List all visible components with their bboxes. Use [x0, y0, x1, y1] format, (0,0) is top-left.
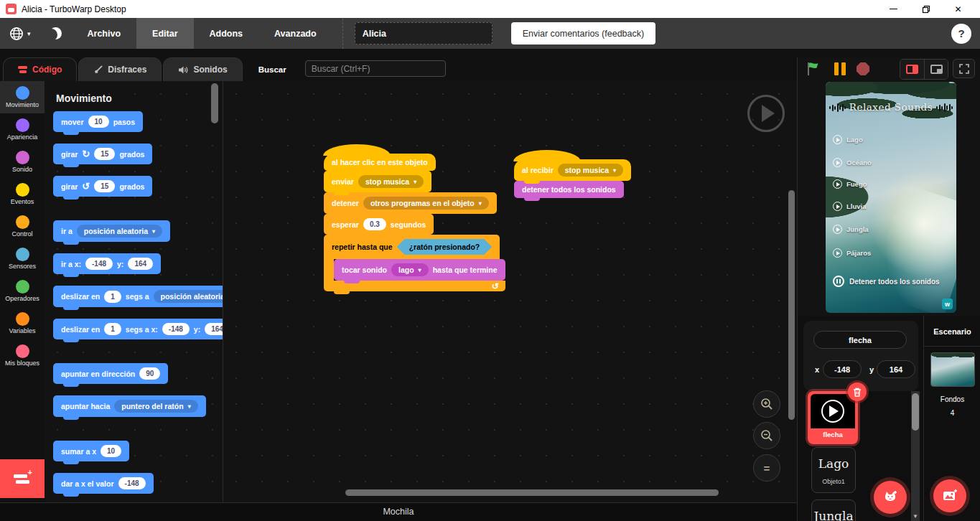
- block-tocar-sonido[interactable]: tocar sonidolago▾hasta que termine: [334, 259, 505, 281]
- canvas-horizontal-scrollbar[interactable]: [345, 489, 719, 496]
- add-extension-button[interactable]: +: [0, 459, 45, 498]
- fullscreen-button[interactable]: [953, 59, 975, 78]
- category-sonido[interactable]: Sonido: [0, 146, 45, 178]
- block-ir-a-x[interactable]: ir a x:-148y:164: [53, 253, 161, 274]
- close-button[interactable]: ✕: [942, 0, 974, 18]
- script-2[interactable]: al recibirstop musica▾detener todos los …: [514, 149, 631, 198]
- sprite-item-lago[interactable]: LagoObjeto1: [811, 447, 856, 493]
- minimize-button[interactable]: [877, 0, 910, 18]
- category-movimiento[interactable]: Movimiento: [0, 81, 45, 113]
- dropdown-stop-musica[interactable]: stop musica▾: [558, 164, 623, 177]
- condition-rat-n-presionado[interactable]: ¿ratón presionado?: [397, 239, 493, 255]
- sprite-x-input[interactable]: [823, 360, 862, 378]
- project-name-input[interactable]: [355, 22, 493, 44]
- stage-stop-all-item[interactable]: Detener todos los sonidos: [833, 276, 940, 287]
- value-field[interactable]: -148: [85, 258, 113, 270]
- theme-toggle[interactable]: [39, 27, 72, 39]
- dropdown-posici-n-aleatoria[interactable]: posición aleatoria▾: [154, 290, 223, 303]
- canvas-vertical-scrollbar[interactable]: [788, 190, 795, 420]
- value-field[interactable]: 10: [88, 116, 109, 128]
- stage-sound-item-lluvia[interactable]: Lluvia: [833, 202, 866, 211]
- value-field[interactable]: 15: [94, 148, 115, 160]
- block-deslizar-en[interactable]: deslizar en1segs a x:-148y:164: [53, 319, 223, 339]
- sprite-y-input[interactable]: [877, 360, 915, 378]
- tab-codigo[interactable]: Código: [3, 57, 77, 81]
- small-stage-button[interactable]: [900, 60, 924, 79]
- stage-sound-item-oc-ano[interactable]: Océano: [833, 158, 872, 167]
- menu-item-editar[interactable]: Editar: [136, 18, 193, 49]
- category-operadores[interactable]: Operadores: [0, 275, 45, 307]
- block-mover[interactable]: mover10pasos: [53, 111, 143, 132]
- block-al-hacer-clic-en-este-objeto[interactable]: al hacer clic en este objeto: [324, 154, 436, 171]
- category-control[interactable]: Control: [0, 210, 45, 243]
- menu-item-addons[interactable]: Addons: [194, 18, 259, 49]
- value-field[interactable]: -148: [162, 323, 190, 335]
- block-deslizar-en[interactable]: deslizar en1segs aposición aleatoria▾: [53, 286, 223, 307]
- value-field[interactable]: -148: [118, 477, 146, 489]
- stage-preview[interactable]: Relaxed Sounds Detener todos los sonidos…: [826, 82, 956, 313]
- dropdown-puntero-del-rat-n[interactable]: puntero del ratón▾: [114, 400, 197, 413]
- dropdown-posici-n-aleatoria[interactable]: posición aleatoria▾: [77, 225, 162, 238]
- category-apariencia[interactable]: Apariencia: [0, 113, 45, 146]
- value-field[interactable]: 1: [104, 323, 121, 335]
- menu-item-archivo[interactable]: Archivo: [72, 18, 137, 49]
- value-field[interactable]: 164: [205, 323, 223, 335]
- large-stage-button[interactable]: [924, 60, 948, 79]
- scroll-down-caret[interactable]: ▼: [911, 513, 920, 520]
- category-mis-bloques[interactable]: Mis bloques: [0, 339, 45, 372]
- category-variables[interactable]: Variables: [0, 307, 45, 339]
- stop-button[interactable]: [851, 62, 875, 75]
- backpack-bar[interactable]: Mochila: [0, 502, 797, 521]
- code-canvas[interactable]: = al hacer clic en este objetoenviarstop…: [223, 81, 797, 502]
- block-repetir-hasta-que[interactable]: repetir hasta que¿ratón presionado?tocar…: [324, 235, 505, 291]
- block-ir-a[interactable]: ir aposición aleatoria▾: [53, 220, 170, 242]
- value-field[interactable]: 90: [139, 367, 160, 380]
- block-enviar[interactable]: enviarstop musica▾: [324, 171, 431, 192]
- help-button[interactable]: ?: [951, 24, 971, 44]
- block-apuntar-hacia[interactable]: apuntar haciapuntero del ratón▾: [53, 395, 206, 417]
- category-eventos[interactable]: Eventos: [0, 178, 45, 210]
- zoom-in-button[interactable]: [753, 390, 780, 418]
- pause-button[interactable]: [829, 62, 851, 75]
- sprite-item-flecha[interactable]: flecha: [808, 391, 858, 444]
- language-menu[interactable]: ▾: [0, 18, 39, 49]
- feedback-button[interactable]: Enviar comentarios (feedback): [511, 22, 656, 44]
- restore-button[interactable]: [910, 0, 942, 18]
- dropdown-otros-programas-en-el-objeto[interactable]: otros programas en el objeto▾: [363, 197, 489, 210]
- sprite-item-jungla[interactable]: Jungla: [811, 499, 856, 521]
- dropdown-stop-musica[interactable]: stop musica▾: [358, 175, 424, 188]
- block-girar[interactable]: girar↻15grados: [53, 144, 152, 164]
- block-dar-a-x-el-valor[interactable]: dar a x el valor-148: [53, 473, 154, 494]
- search-input[interactable]: [305, 60, 446, 77]
- stage-sound-item-fuego[interactable]: Fuego: [833, 179, 867, 189]
- add-backdrop-button[interactable]: [933, 479, 966, 512]
- stage-sound-item-jungla[interactable]: Jungla: [833, 225, 869, 234]
- run-preview-button[interactable]: [747, 95, 785, 132]
- palette-scrollbar[interactable]: [211, 83, 218, 123]
- zoom-reset-button[interactable]: =: [753, 454, 780, 482]
- value-field[interactable]: 1: [104, 291, 121, 303]
- block-sumar-a-x[interactable]: sumar a x10: [53, 441, 129, 461]
- stage-selector[interactable]: Escenario Fondos 4: [923, 316, 980, 521]
- stage-sound-item-p-jaros[interactable]: Pájaros: [833, 248, 871, 258]
- green-flag-button[interactable]: [798, 61, 829, 77]
- value-field[interactable]: 0.3: [363, 218, 386, 230]
- zoom-out-button[interactable]: [753, 422, 780, 449]
- add-sprite-button[interactable]: [874, 481, 907, 514]
- tab-disfraces[interactable]: Disfraces: [78, 57, 162, 81]
- sprite-name-input[interactable]: [813, 331, 907, 349]
- category-sensores[interactable]: Sensores: [0, 243, 45, 275]
- tab-sonidos[interactable]: Sonidos: [163, 57, 242, 81]
- delete-sprite-button[interactable]: [848, 382, 867, 401]
- backdrop-thumbnail[interactable]: [930, 352, 975, 387]
- block-girar[interactable]: girar↺15grados: [53, 176, 152, 197]
- script-1[interactable]: al hacer clic en este objetoenviarstop m…: [324, 144, 505, 291]
- block-detener[interactable]: detenerotros programas en el objeto▾: [324, 192, 497, 214]
- block-apuntar-en-direcci-n[interactable]: apuntar en dirección90: [53, 363, 168, 384]
- value-field[interactable]: 15: [94, 180, 115, 192]
- block-esperar[interactable]: esperar0.3segundos: [324, 214, 434, 235]
- block-al-recibir[interactable]: al recibirstop musica▾: [514, 159, 631, 181]
- value-field[interactable]: 164: [128, 258, 153, 270]
- value-field[interactable]: 10: [101, 445, 121, 457]
- dropdown-lago[interactable]: lago▾: [391, 263, 429, 276]
